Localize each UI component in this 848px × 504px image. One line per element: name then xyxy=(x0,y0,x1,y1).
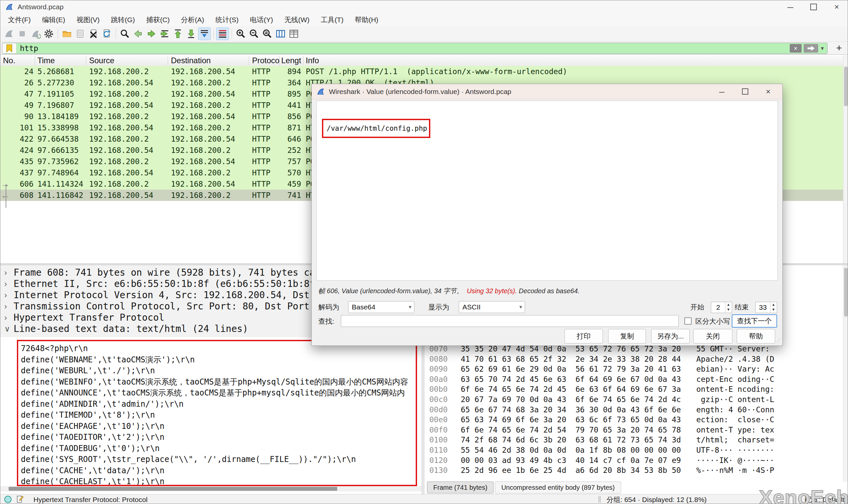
stop-capture-icon[interactable] xyxy=(16,28,29,40)
menu-item-3[interactable]: 跳转(G) xyxy=(105,14,140,26)
save-as-button[interactable]: 另存为... xyxy=(651,329,690,343)
zoom-out-icon[interactable] xyxy=(248,28,260,40)
collapsed-icon[interactable]: › xyxy=(4,267,7,278)
show-as-select[interactable]: ASCII▾ xyxy=(459,301,525,313)
collapsed-icon[interactable]: › xyxy=(4,278,7,290)
collapsed-icon[interactable]: › xyxy=(4,301,7,312)
col-time: 7.191105 xyxy=(37,88,86,100)
hex-row[interactable]: 010074 2f 68 74 6d 6c 3b 20 63 68 61 72 … xyxy=(424,435,843,445)
restart-capture-icon[interactable] xyxy=(29,28,42,40)
packet-list-scrollbar[interactable] xyxy=(843,55,848,264)
resize-columns-icon[interactable] xyxy=(274,28,287,40)
hex-row[interactable]: 012000 00 03 ad 93 49 4b c3 40 14 c7 cf … xyxy=(424,455,843,466)
maximize-button[interactable] xyxy=(802,0,825,14)
dialog-close-button[interactable]: 关闭 xyxy=(693,329,732,343)
hex-row[interactable]: 011055 54 46 2d 38 0d 0a 0d 0a 1f 8b 08 … xyxy=(424,445,843,455)
filter-input[interactable]: http xyxy=(17,44,790,53)
bytes-pane-scrollbar[interactable] xyxy=(843,265,848,482)
bytes-pane-scroll-thumb[interactable] xyxy=(844,268,848,317)
zoom-in-icon[interactable] xyxy=(235,28,247,40)
column-header-len[interactable]: Length xyxy=(281,55,301,66)
menu-item-5[interactable]: 分析(A) xyxy=(175,14,210,26)
zoom-original-icon[interactable] xyxy=(261,28,274,40)
collapsed-icon[interactable]: › xyxy=(4,312,7,323)
filter-dropdown-caret-icon[interactable]: ▾ xyxy=(821,45,824,52)
hex-row[interactable]: 00a063 65 70 74 2d 45 6e 63 6f 64 69 6e … xyxy=(424,374,843,384)
hex-row[interactable]: 00d065 6e 67 74 68 3a 20 34 36 30 0d 0a … xyxy=(424,405,843,415)
menu-item-7[interactable]: 电话(Y) xyxy=(244,14,279,26)
packet-list-scroll-thumb[interactable] xyxy=(844,67,848,106)
find-next-button[interactable]: 查找下一个(N) xyxy=(732,314,777,328)
filter-bookmark-icon[interactable] xyxy=(2,43,17,53)
column-header-info[interactable]: Info xyxy=(306,55,438,66)
spinner-arrows-icon[interactable]: ▲▼ xyxy=(725,302,731,313)
column-header-time[interactable]: Time xyxy=(37,55,86,66)
menu-item-9[interactable]: 工具(T) xyxy=(315,14,349,26)
menu-item-6[interactable]: 统计(S) xyxy=(210,14,244,26)
menu-item-2[interactable]: 视图(V) xyxy=(71,14,105,26)
menu-item-8[interactable]: 无线(W) xyxy=(279,14,315,26)
find-packet-icon[interactable] xyxy=(119,28,131,40)
end-spinner[interactable]: 33▲▼ xyxy=(755,302,777,313)
go-first-icon[interactable] xyxy=(172,28,184,40)
close-button[interactable]: × xyxy=(826,0,848,14)
hex-row[interactable]: 00c020 67 7a 69 70 0d 0a 43 6f 6e 74 65 … xyxy=(424,394,843,405)
packet-row[interactable]: 245.268681192.168.200.2192.168.200.54HTT… xyxy=(0,66,843,77)
decode-as-select[interactable]: Base64▾ xyxy=(348,301,414,313)
start-spinner[interactable]: 2▲▼ xyxy=(711,302,732,313)
help-button[interactable]: 帮助 xyxy=(737,329,775,343)
case-sensitive-checkbox[interactable] xyxy=(685,317,692,325)
hex-row[interactable]: 009065 62 69 61 6e 29 0d 0a 56 61 72 79 … xyxy=(424,364,843,374)
filter-apply-icon[interactable] xyxy=(803,44,818,53)
display-filter-field[interactable]: http × ▾ xyxy=(2,43,828,54)
filter-add-button[interactable]: + xyxy=(832,42,846,54)
decoded-value-textarea[interactable]: /var/www/html/config.php xyxy=(316,101,778,281)
print-button[interactable]: 打印 xyxy=(565,329,603,343)
go-forward-icon[interactable] xyxy=(145,28,158,40)
tab-frame[interactable]: Frame (741 bytes) xyxy=(427,482,494,493)
menu-item-1[interactable]: 编辑(E) xyxy=(36,14,71,26)
go-to-packet-icon[interactable] xyxy=(158,28,171,40)
close-file-icon[interactable] xyxy=(87,28,100,40)
hex-ascii: gzip··C ontent-L xyxy=(696,394,774,405)
hex-row[interactable]: 00f06f 6e 74 65 6e 74 2d 54 79 70 65 3a … xyxy=(424,425,843,435)
menu-item-10[interactable]: 帮助(H) xyxy=(349,14,384,26)
filter-clear-icon[interactable]: × xyxy=(790,44,802,53)
column-header-no[interactable]: No. xyxy=(3,55,35,66)
capture-comment-icon[interactable] xyxy=(16,496,24,503)
hex-row[interactable]: 013025 2d 96 ee 1b 6e 25 4d a6 6d 20 8b … xyxy=(424,465,843,475)
expert-info-icon[interactable] xyxy=(4,496,12,503)
open-file-icon[interactable] xyxy=(60,28,73,40)
minimize-button[interactable] xyxy=(779,0,801,14)
go-last-icon[interactable] xyxy=(185,28,197,40)
tab-uncompressed-body[interactable]: Uncompressed entity body (897 bytes) xyxy=(495,482,621,493)
hex-row[interactable]: 00b06f 6e 74 65 6e 74 2d 45 6e 63 6f 64 … xyxy=(424,384,843,394)
dialog-resize-grip[interactable]: ⋰ xyxy=(776,340,781,344)
go-back-icon[interactable] xyxy=(132,28,144,40)
copy-button[interactable]: 复制 xyxy=(608,329,646,343)
colorize-icon[interactable] xyxy=(216,28,229,40)
menu-item-4[interactable]: 捕获(C) xyxy=(140,14,175,26)
column-header-proto[interactable]: Protocol xyxy=(252,55,279,66)
col-len: 646 xyxy=(280,133,301,145)
dialog-maximize-button[interactable] xyxy=(734,84,756,99)
dialog-minimize-button[interactable] xyxy=(711,84,732,99)
auto-scroll-icon[interactable] xyxy=(198,28,211,40)
collapsed-icon[interactable]: › xyxy=(4,290,7,301)
start-capture-icon[interactable] xyxy=(3,28,15,40)
spinner-arrows-icon[interactable]: ▲▼ xyxy=(770,302,776,313)
find-input[interactable] xyxy=(341,315,679,327)
expanded-icon[interactable]: ∨ xyxy=(4,323,10,335)
dialog-close-icon[interactable]: × xyxy=(758,84,779,99)
save-file-icon[interactable] xyxy=(74,28,86,40)
column-header-dst[interactable]: Destination xyxy=(171,55,249,66)
hex-row[interactable]: 008041 70 61 63 68 65 2f 32 2e 34 2e 33 … xyxy=(424,354,843,364)
capture-options-icon[interactable] xyxy=(42,28,55,40)
reload-file-icon[interactable] xyxy=(100,28,113,40)
display-columns-icon[interactable] xyxy=(288,28,300,40)
menu-item-0[interactable]: 文件(F) xyxy=(2,14,36,26)
hex-row[interactable]: 00e065 63 74 69 6f 6e 3a 20 63 6c 6f 73 … xyxy=(424,415,843,425)
details-hscroll-thumb[interactable] xyxy=(8,487,337,491)
details-horizontal-scrollbar[interactable] xyxy=(0,486,422,491)
column-header-src[interactable]: Source xyxy=(89,55,167,66)
